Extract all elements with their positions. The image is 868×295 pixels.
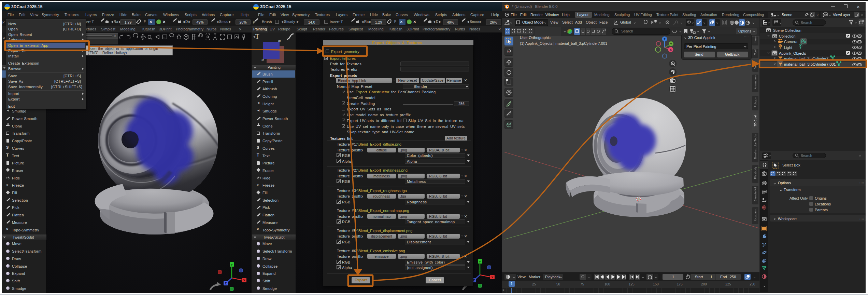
svg-text:Z: Z	[225, 282, 227, 285]
svg-text:X: X	[670, 48, 672, 52]
svg-text:Y: Y	[231, 263, 233, 267]
svg-text:Z: Z	[664, 38, 666, 41]
svg-text:X: X	[491, 276, 493, 279]
svg-text:X: X	[243, 279, 245, 282]
svg-text:Y: Y	[479, 260, 481, 264]
svg-text:Y: Y	[670, 42, 672, 46]
